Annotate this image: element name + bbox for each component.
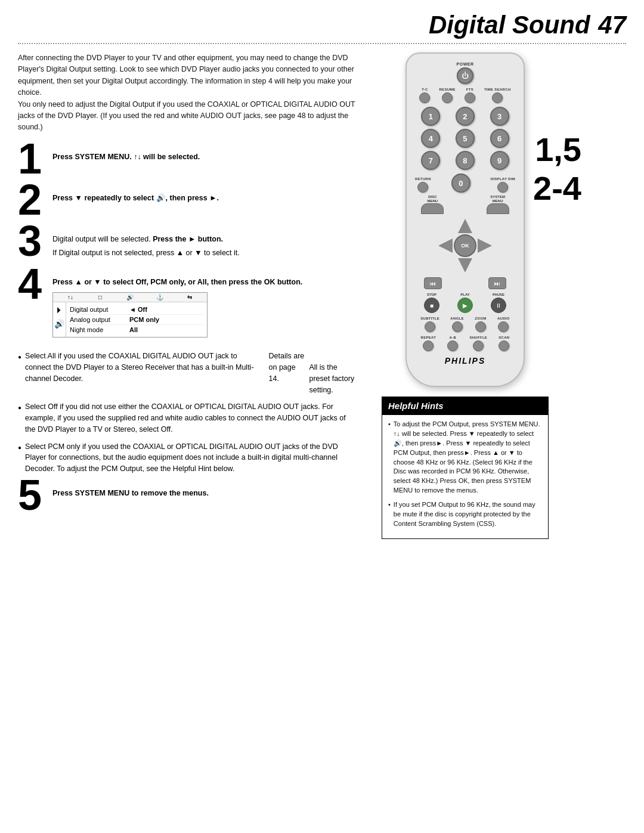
func-col-return: RETURN	[415, 177, 431, 193]
system-menu-group: SYSTEM MENU	[487, 195, 509, 214]
btn-2[interactable]: 2	[456, 107, 475, 126]
func-col-subtitle: SUBTITLE	[420, 317, 439, 332]
helpful-hints-body: To adjust the PCM Output, press SYSTEM M…	[382, 415, 548, 538]
pause-col: PAUSE ⏸	[491, 293, 506, 313]
section-divider	[18, 43, 626, 44]
power-label: POWER	[457, 62, 474, 66]
hint-1: To adjust the PCM Output, press SYSTEM M…	[388, 420, 542, 496]
play-row: STOP ■ PLAY ▶ PAUSE ⏸	[415, 293, 515, 313]
btn-subtitle[interactable]	[425, 321, 435, 332]
intro-text: After connecting the DVD Player to your …	[18, 52, 358, 134]
btn-disc-menu[interactable]	[421, 203, 444, 214]
btn-6[interactable]: 6	[490, 129, 509, 148]
philips-label: PHILIPS	[415, 356, 515, 366]
btn-repeat[interactable]	[423, 340, 434, 351]
btn-stop[interactable]: ■	[424, 298, 439, 313]
step-3: 3 Digital output will be selected. Press…	[18, 227, 358, 261]
subtitle-row: SUBTITLE ANGLE ZOOM AUDIO	[415, 317, 515, 332]
repeat-row: REPEAT A-B SHUFFLE SCAN	[415, 336, 515, 351]
btn-scan[interactable]	[499, 340, 509, 351]
step-3-instruction: Digital output will be selected. Press t…	[52, 234, 358, 245]
btn-ok[interactable]: OK	[454, 234, 476, 257]
return-row: RETURN 0 DISPLAY DIM	[415, 174, 515, 193]
btn-shuffle[interactable]	[473, 340, 484, 351]
btn-pause[interactable]: ⏸	[491, 298, 506, 313]
btn-displaydim[interactable]	[497, 182, 508, 193]
pause-label: PAUSE	[493, 293, 504, 296]
func-col-shuffle: SHUFFLE	[469, 336, 487, 351]
func-label-timesearch: TIME SEARCH	[484, 88, 511, 91]
btn-3[interactable]: 3	[490, 107, 509, 126]
step-5: 5 Press SYSTEM MENU to remove the menus.	[18, 481, 358, 513]
bullet-list: Select All if you used the COAXIAL DIGIT…	[18, 351, 358, 475]
left-column: After connecting the DVD Player to your …	[18, 52, 358, 539]
btn-tc[interactable]	[419, 92, 430, 103]
menu-label-disc: MENU	[427, 199, 438, 203]
func-label-fts: FTS	[466, 88, 473, 91]
menu-label-system: MENU	[493, 199, 503, 203]
btn-9[interactable]: 9	[490, 151, 509, 170]
nav-left-button[interactable]	[438, 239, 453, 253]
angle-label: ANGLE	[450, 317, 464, 320]
step-3-content: Digital output will be selected. Press t…	[52, 227, 358, 261]
btn-1[interactable]: 1	[421, 107, 440, 126]
menu-table-row-3: Night mode All	[70, 325, 203, 335]
func-col-audio: AUDIO	[497, 317, 510, 332]
func-col-ab: A-B	[447, 336, 458, 351]
btn-zoom[interactable]	[475, 321, 486, 332]
btn-angle[interactable]	[452, 321, 463, 332]
stop-col: STOP ■	[424, 293, 439, 313]
step-4: 4 Press ▲ or ▼ to select Off, PCM only, …	[18, 270, 358, 343]
btn-7[interactable]: 7	[421, 151, 440, 170]
main-layout: After connecting the DVD Player to your …	[0, 52, 644, 539]
power-button[interactable]	[457, 67, 473, 84]
btn-play[interactable]: ▶	[457, 298, 473, 313]
number-grid: 1 2 3 4 5 6 7 8 9	[415, 107, 515, 170]
btn-8[interactable]: 8	[456, 151, 475, 170]
stop-label: STOP	[427, 293, 436, 296]
menu-table-sidebar: ⏵ 🔊	[53, 302, 66, 337]
play-col: PLAY ▶	[457, 293, 473, 313]
btn-ab[interactable]	[447, 340, 458, 351]
func-col-repeat: REPEAT	[421, 336, 436, 351]
btn-resume[interactable]	[442, 92, 453, 103]
header: Digital Sound 47	[0, 0, 644, 39]
btn-next[interactable]: ⏭	[488, 277, 506, 289]
step-4-instruction: Press ▲ or ▼ to select Off, PCM only, or…	[52, 277, 358, 288]
btn-fts[interactable]	[465, 92, 475, 103]
func-col-displaydim: DISPLAY DIM	[491, 177, 515, 193]
nav-down-button[interactable]	[458, 258, 472, 272]
step-2-number: 2	[18, 182, 48, 218]
bullet-2: Select Off if you did not use either the…	[18, 401, 358, 435]
func-col-angle: ANGLE	[450, 317, 464, 332]
func-label-displaydim: DISPLAY DIM	[491, 177, 515, 181]
step-1-instruction: Press SYSTEM MENU. ↑↓ will be selected.	[52, 153, 200, 161]
btn-timesearch[interactable]	[492, 92, 503, 103]
func-col-tc: T-C	[419, 88, 430, 103]
repeat-label: REPEAT	[421, 336, 436, 339]
func-col-timesearch: TIME SEARCH	[484, 88, 511, 103]
btn-audio[interactable]	[498, 321, 509, 332]
btn-system-menu[interactable]	[487, 203, 509, 214]
play-label: PLAY	[460, 293, 469, 296]
nav-up-button[interactable]	[458, 219, 472, 233]
shuffle-label: SHUFFLE	[469, 336, 487, 339]
helpful-hints-header: Helpful Hints	[382, 397, 548, 415]
step-1-number: 1	[18, 141, 48, 177]
zoom-label: ZOOM	[475, 317, 486, 320]
btn-0[interactable]: 0	[451, 174, 470, 193]
step-2-content: Press ▼ repeatedly to select 🔊, then pre…	[52, 185, 358, 206]
func-row: T-C RESUME FTS TIME SEARCH	[415, 88, 515, 103]
audio-label: AUDIO	[497, 317, 510, 320]
step-2: 2 Press ▼ repeatedly to select 🔊, then p…	[18, 185, 358, 218]
btn-5[interactable]: 5	[456, 129, 475, 148]
nav-right-button[interactable]	[478, 239, 492, 253]
btn-prev[interactable]: ⏮	[424, 277, 442, 289]
func-label-tc: T-C	[422, 88, 428, 91]
step-1-content: Press SYSTEM MENU. ↑↓ will be selected.	[52, 144, 358, 165]
btn-return[interactable]	[417, 182, 428, 193]
btn-4[interactable]: 4	[421, 129, 440, 148]
func-label-return: RETURN	[415, 177, 431, 181]
func-col-fts: FTS	[465, 88, 475, 103]
menu-table-body: ⏵ 🔊 Digital output ◄ Off Analog output P…	[53, 302, 207, 337]
